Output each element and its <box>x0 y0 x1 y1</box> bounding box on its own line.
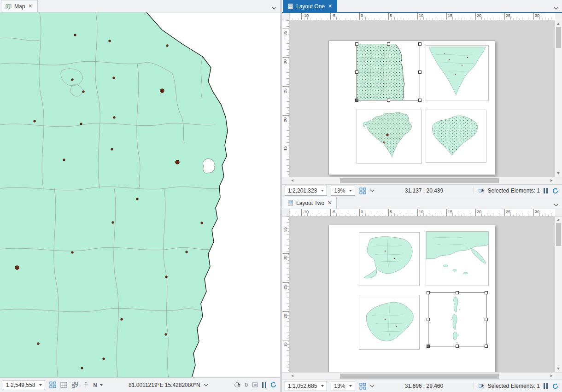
scroll-left-arrow[interactable] <box>291 179 293 182</box>
tab-map[interactable]: Map ✕ <box>1 0 38 12</box>
map-frame[interactable] <box>426 110 486 163</box>
ruler-label: 35 <box>283 31 287 35</box>
scroll-down-arrow[interactable] <box>557 172 560 175</box>
selection-handle[interactable] <box>485 291 488 294</box>
extent-indicator-icon[interactable] <box>251 381 259 389</box>
move-cross-icon[interactable] <box>82 381 90 389</box>
snapping-icon[interactable] <box>49 381 57 389</box>
vertical-ruler: 35 30 25 20 15 <box>282 20 290 177</box>
vertical-scrollbar[interactable] <box>555 20 562 177</box>
map-scale-combo[interactable]: 1:2,549,558 <box>3 380 45 390</box>
arcgis-pro-view-area: Map ✕ <box>0 0 562 392</box>
tab-map-label: Map <box>14 3 25 10</box>
layout-scale-combo[interactable]: 1:1,052,685 <box>285 381 327 391</box>
refresh-icon[interactable] <box>551 382 559 390</box>
map-canvas[interactable] <box>0 12 280 377</box>
selected-elements-icon <box>478 382 486 390</box>
selection-handle[interactable] <box>456 291 459 294</box>
layout-two-canvas[interactable] <box>290 216 555 372</box>
selection-anchor-handle[interactable] <box>355 99 358 102</box>
selected-elements-group[interactable]: Selected Elements: 1 <box>478 382 540 390</box>
chevron-down-icon[interactable] <box>204 384 208 386</box>
dropdown-arrow-icon <box>321 385 324 387</box>
pause-drawing-button[interactable] <box>544 383 548 389</box>
selection-handle[interactable] <box>418 70 422 74</box>
chevron-down-icon[interactable] <box>272 5 276 11</box>
vertical-ruler: 35 30 25 20 15 <box>282 216 290 372</box>
selection-handle[interactable] <box>355 42 358 46</box>
scroll-up-arrow[interactable] <box>557 23 560 25</box>
horizontal-scrollbar[interactable] <box>282 372 562 380</box>
snapping-icon[interactable] <box>359 187 367 195</box>
chevron-down-icon[interactable] <box>554 201 558 208</box>
scrollbar-thumb[interactable] <box>340 178 499 183</box>
layout-scale-combo[interactable]: 1:2,201,323 <box>285 186 327 196</box>
scroll-right-arrow[interactable] <box>550 179 553 182</box>
ruler-label: 30 <box>283 59 287 64</box>
dropdown-arrow-icon <box>349 385 352 387</box>
selection-handle[interactable] <box>418 42 422 46</box>
selection-handle[interactable] <box>355 70 358 74</box>
map-frame[interactable] <box>359 232 420 286</box>
selection-handle[interactable] <box>485 345 488 348</box>
scroll-down-arrow[interactable] <box>557 368 560 370</box>
scrollbar-thumb[interactable] <box>340 374 499 379</box>
refresh-icon[interactable] <box>269 381 277 389</box>
selection-count-icon[interactable] <box>234 381 241 389</box>
north-arrow-icon[interactable]: N <box>93 382 97 388</box>
grid-edit-icon[interactable] <box>71 381 79 389</box>
selection-handle[interactable] <box>485 318 488 321</box>
close-icon[interactable]: ✕ <box>28 3 33 9</box>
tab-layout-one[interactable]: Layout One ✕ <box>283 0 337 12</box>
horizontal-scrollbar[interactable] <box>282 177 562 184</box>
map-frame[interactable] <box>426 45 489 100</box>
selection-handle[interactable] <box>456 345 459 348</box>
scrollbar-thumb[interactable] <box>556 27 561 48</box>
tab-layout-two[interactable]: Layout Two ✕ <box>283 197 337 209</box>
selection-anchor-handle[interactable] <box>427 345 430 348</box>
map-coordinates-value: 81.0011219°E 15.4282080°N <box>129 382 200 388</box>
chevron-down-icon[interactable] <box>100 384 103 386</box>
tab-layout-two-label: Layout Two <box>296 200 324 206</box>
scroll-right-arrow[interactable] <box>550 374 553 377</box>
layout-one-pane: Layout One ✕ -10 -5 0 5 10 15 20 25 30 <box>282 0 562 197</box>
chevron-down-icon[interactable] <box>370 385 375 387</box>
vertical-scrollbar[interactable] <box>555 216 562 372</box>
scroll-left-arrow[interactable] <box>291 374 293 377</box>
ruler-label: 10 <box>419 13 423 18</box>
selection-handle[interactable] <box>387 42 390 46</box>
pause-drawing-button[interactable] <box>262 382 266 388</box>
horizontal-ruler: -10 -5 0 5 10 15 20 25 30 <box>290 13 555 20</box>
attribute-table-icon[interactable] <box>60 381 68 389</box>
scrollbar-thumb[interactable] <box>556 223 561 246</box>
selection-handle[interactable] <box>418 99 422 102</box>
map-frame-selected[interactable] <box>428 293 486 346</box>
refresh-icon[interactable] <box>551 187 559 195</box>
layout-zoom-combo[interactable]: 13% <box>331 186 355 196</box>
ruler-label: 20 <box>477 210 481 214</box>
selection-handle[interactable] <box>387 99 390 102</box>
pause-drawing-button[interactable] <box>544 188 548 193</box>
ruler-label: 15 <box>283 342 287 347</box>
map-frame[interactable] <box>359 295 420 350</box>
scroll-up-arrow[interactable] <box>557 219 560 221</box>
map-frame[interactable] <box>357 110 422 164</box>
layout-one-canvas[interactable] <box>290 20 555 177</box>
chevron-down-icon[interactable] <box>370 189 375 192</box>
selection-handle[interactable] <box>427 318 430 321</box>
snapping-icon[interactable] <box>359 382 367 390</box>
layout-zoom-combo[interactable]: 13% <box>331 381 355 391</box>
selected-elements-icon <box>478 187 486 195</box>
ruler-corner <box>282 209 290 216</box>
selected-elements-group[interactable]: Selected Elements: 1 <box>478 187 540 195</box>
ruler-corner <box>282 13 290 20</box>
map-frame[interactable] <box>426 231 489 286</box>
selected-elements-label: Selected Elements: 1 <box>488 383 540 389</box>
close-icon[interactable]: ✕ <box>327 200 332 206</box>
close-icon[interactable]: ✕ <box>328 3 333 9</box>
ruler-label: 20 <box>283 117 287 122</box>
selection-handle[interactable] <box>427 291 430 294</box>
chevron-down-icon[interactable] <box>554 5 558 11</box>
selected-elements-label: Selected Elements: 1 <box>488 187 540 194</box>
map-frame-selected[interactable] <box>357 44 420 100</box>
